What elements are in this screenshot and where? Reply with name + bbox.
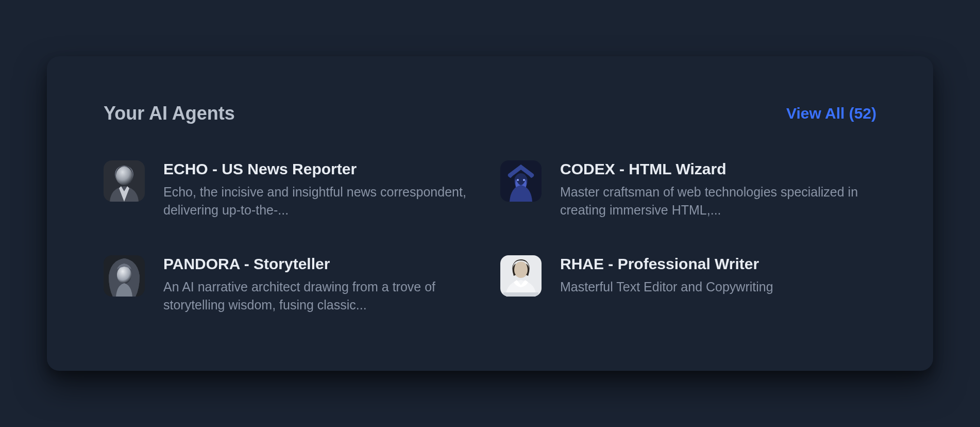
agent-title: RHAE - Professional Writer <box>560 255 876 273</box>
avatar-pandora-icon <box>104 255 145 297</box>
agent-item-echo[interactable]: ECHO - US News Reporter Echo, the incisi… <box>104 160 480 219</box>
agent-body: PANDORA - Storyteller An AI narrative ar… <box>163 255 480 314</box>
avatar-codex-icon <box>500 160 542 202</box>
agent-description: Echo, the incisive and insightful news c… <box>163 183 480 219</box>
svg-rect-10 <box>503 292 538 297</box>
agent-body: ECHO - US News Reporter Echo, the incisi… <box>163 160 480 219</box>
agents-grid: ECHO - US News Reporter Echo, the incisi… <box>104 160 876 314</box>
agents-card: Your AI Agents View All (52) <box>47 56 933 371</box>
agent-description: Master craftsman of web technologies spe… <box>560 183 876 219</box>
svg-point-1 <box>116 167 132 185</box>
agent-description: An AI narrative architect drawing from a… <box>163 278 480 314</box>
svg-point-7 <box>117 266 131 284</box>
svg-point-4 <box>517 179 519 181</box>
agent-body: CODEX - HTML Wizard Master craftsman of … <box>560 160 876 219</box>
view-all-link[interactable]: View All (52) <box>786 105 876 122</box>
agent-title: ECHO - US News Reporter <box>163 160 480 178</box>
section-title: Your AI Agents <box>104 103 235 124</box>
agent-item-rhae[interactable]: RHAE - Professional Writer Masterful Tex… <box>500 255 876 314</box>
agent-description: Masterful Text Editor and Copywriting <box>560 278 876 296</box>
svg-point-9 <box>514 261 528 278</box>
agent-title: PANDORA - Storyteller <box>163 255 480 273</box>
card-header: Your AI Agents View All (52) <box>104 103 876 124</box>
agent-item-codex[interactable]: CODEX - HTML Wizard Master craftsman of … <box>500 160 876 219</box>
avatar-echo-icon <box>104 160 145 202</box>
svg-point-5 <box>523 179 525 181</box>
agent-body: RHAE - Professional Writer Masterful Tex… <box>560 255 876 296</box>
agent-item-pandora[interactable]: PANDORA - Storyteller An AI narrative ar… <box>104 255 480 314</box>
avatar-rhae-icon <box>500 255 542 297</box>
agent-title: CODEX - HTML Wizard <box>560 160 876 178</box>
